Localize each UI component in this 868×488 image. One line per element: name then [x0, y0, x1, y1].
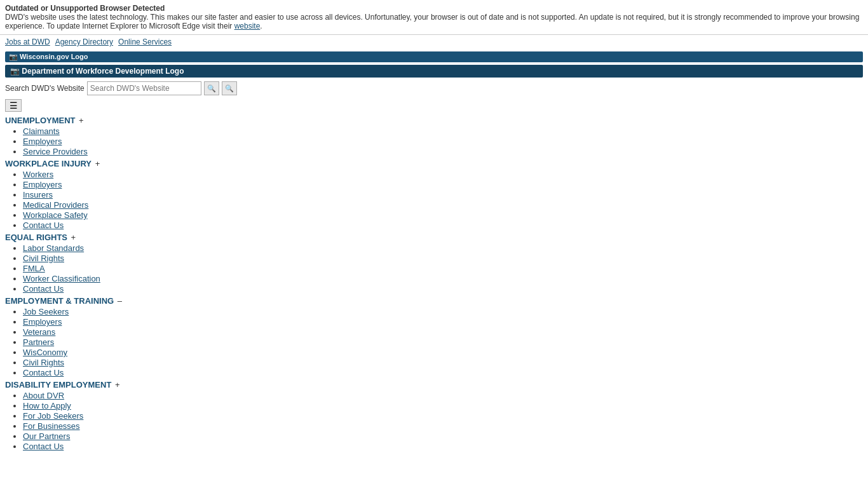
- nav-item-unemployment-2: Service Providers: [23, 147, 868, 156]
- search-label: Search DWD's Website: [5, 84, 85, 93]
- nav-item-employment-training-5: Civil Rights: [23, 358, 868, 367]
- nav-child-link-workplace-injury-0[interactable]: Workers: [23, 170, 53, 179]
- nav-item-equal-rights-1: Civil Rights: [23, 254, 868, 263]
- nav-item-equal-rights-2: FMLA: [23, 264, 868, 273]
- nav-child-link-workplace-injury-2[interactable]: Insurers: [23, 190, 53, 200]
- nav-item-unemployment-1: Employers: [23, 137, 868, 146]
- nav-child-link-employment-training-6[interactable]: Contact Us: [23, 368, 64, 377]
- nav-child-link-employment-training-0[interactable]: Job Seekers: [23, 307, 69, 316]
- nav-item-disability-employment-3: For Businesses: [23, 421, 868, 431]
- nav-section-equal-rights: EQUAL RIGHTS +Labor StandardsCivil Right…: [5, 233, 868, 294]
- nav-item-workplace-injury-2: Insurers: [23, 190, 868, 200]
- browser-warning-body: DWD's website uses the latest technology…: [5, 13, 859, 30]
- nav-item-employment-training-6: Contact Us: [23, 368, 868, 377]
- nav-child-link-employment-training-4[interactable]: WisConomy: [23, 348, 67, 357]
- nav-item-disability-employment-4: Our Partners: [23, 431, 868, 441]
- nav-item-workplace-injury-4: Workplace Safety: [23, 210, 868, 220]
- nav-item-workplace-injury-0: Workers: [23, 170, 868, 179]
- nav-item-disability-employment-2: For Job Seekers: [23, 411, 868, 421]
- sub-nav-equal-rights: Labor StandardsCivil RightsFMLAWorker Cl…: [5, 243, 868, 294]
- browser-warning: Outdated or Unsupported Browser Detected…: [0, 0, 868, 35]
- nav-toggle-disability-employment[interactable]: +: [112, 380, 119, 390]
- hamburger-button[interactable]: ☰: [5, 99, 22, 112]
- wi-gov-logo[interactable]: 📷 Wisconsin.gov Logo: [5, 51, 863, 62]
- nav-child-link-disability-employment-3[interactable]: For Businesses: [23, 421, 80, 431]
- nav-link-equal-rights[interactable]: EQUAL RIGHTS: [5, 233, 67, 242]
- nav-child-link-employment-training-3[interactable]: Partners: [23, 337, 54, 347]
- nav-child-link-unemployment-0[interactable]: Claimants: [23, 126, 60, 136]
- browser-warning-period: .: [260, 22, 262, 30]
- nav-child-link-disability-employment-4[interactable]: Our Partners: [23, 431, 70, 441]
- nav-child-link-equal-rights-3[interactable]: Worker Classification: [23, 274, 100, 283]
- sub-nav-unemployment: ClaimantsEmployersService Providers: [5, 126, 868, 156]
- nav-item-workplace-injury-1: Employers: [23, 180, 868, 189]
- nav-child-link-employment-training-5[interactable]: Civil Rights: [23, 358, 64, 367]
- nav-child-link-equal-rights-4[interactable]: Contact Us: [23, 284, 64, 294]
- nav-child-link-disability-employment-2[interactable]: For Job Seekers: [23, 411, 83, 421]
- search-button-2[interactable]: 🔍: [222, 81, 237, 95]
- nav-child-link-workplace-injury-5[interactable]: Contact Us: [23, 220, 64, 230]
- nav-child-link-employment-training-1[interactable]: Employers: [23, 317, 62, 327]
- nav-child-link-equal-rights-2[interactable]: FMLA: [23, 264, 45, 273]
- nav-toggle-employment-training[interactable]: –: [115, 296, 122, 306]
- nav-toggle-equal-rights[interactable]: +: [69, 233, 76, 242]
- nav-item-disability-employment-0: About DVR: [23, 391, 868, 400]
- nav-child-link-workplace-injury-1[interactable]: Employers: [23, 180, 62, 189]
- nav-item-employment-training-1: Employers: [23, 317, 868, 327]
- top-links: Jobs at DWD Agency Directory Online Serv…: [0, 35, 868, 49]
- nav-item-workplace-injury-3: Medical Providers: [23, 200, 868, 210]
- nav-toggle-unemployment[interactable]: +: [77, 116, 84, 125]
- nav-item-employment-training-2: Veterans: [23, 327, 868, 337]
- nav-item-unemployment-0: Claimants: [23, 126, 868, 136]
- nav-child-link-employment-training-2[interactable]: Veterans: [23, 327, 55, 337]
- nav-child-link-equal-rights-0[interactable]: Labor Standards: [23, 243, 84, 253]
- nav-item-employment-training-4: WisConomy: [23, 348, 868, 357]
- nav-child-link-workplace-injury-3[interactable]: Medical Providers: [23, 200, 88, 210]
- search-input[interactable]: [87, 81, 201, 95]
- search-icon-2: 🔍: [225, 85, 234, 93]
- online-services-link[interactable]: Online Services: [118, 37, 172, 46]
- nav-item-disability-employment-5: Contact Us: [23, 442, 868, 451]
- sub-nav-disability-employment: About DVRHow to ApplyFor Job SeekersFor …: [5, 391, 868, 451]
- nav-child-link-equal-rights-1[interactable]: Civil Rights: [23, 254, 64, 263]
- search-button-1[interactable]: 🔍: [204, 81, 219, 95]
- nav-link-employment-training[interactable]: EMPLOYMENT & TRAINING: [5, 296, 114, 306]
- main-nav: UNEMPLOYMENT +ClaimantsEmployersService …: [0, 113, 868, 456]
- search-bar: Search DWD's Website 🔍 🔍: [0, 79, 868, 98]
- nav-child-link-disability-employment-1[interactable]: How to Apply: [23, 401, 71, 410]
- nav-link-disability-employment[interactable]: DISABILITY EMPLOYMENT: [5, 380, 111, 390]
- main-nav-list: UNEMPLOYMENT +ClaimantsEmployersService …: [5, 116, 868, 451]
- search-icon-1: 🔍: [207, 85, 216, 93]
- nav-toggle-workplace-injury[interactable]: +: [93, 159, 100, 168]
- nav-item-employment-training-3: Partners: [23, 337, 868, 347]
- browser-warning-title: Outdated or Unsupported Browser Detected: [5, 4, 165, 13]
- nav-child-link-disability-employment-5[interactable]: Contact Us: [23, 442, 64, 451]
- wi-gov-logo-text: 📷 Wisconsin.gov Logo: [9, 53, 88, 60]
- hamburger-icon: ☰: [10, 100, 18, 111]
- nav-section-workplace-injury: WORKPLACE INJURY +WorkersEmployersInsure…: [5, 159, 868, 230]
- nav-item-disability-employment-1: How to Apply: [23, 401, 868, 410]
- dwd-logo[interactable]: 📷 Department of Workforce Development Lo…: [5, 65, 863, 78]
- logo-bar: 📷 Wisconsin.gov Logo 📷 Department of Wor…: [0, 49, 868, 79]
- nav-child-link-workplace-injury-4[interactable]: Workplace Safety: [23, 210, 88, 220]
- nav-section-unemployment: UNEMPLOYMENT +ClaimantsEmployersService …: [5, 116, 868, 156]
- sub-nav-workplace-injury: WorkersEmployersInsurersMedical Provider…: [5, 170, 868, 230]
- nav-child-link-disability-employment-0[interactable]: About DVR: [23, 391, 64, 400]
- browser-warning-link[interactable]: website: [234, 22, 261, 30]
- nav-item-equal-rights-0: Labor Standards: [23, 243, 868, 253]
- nav-item-workplace-injury-5: Contact Us: [23, 220, 868, 230]
- nav-item-equal-rights-3: Worker Classification: [23, 274, 868, 283]
- agency-directory-link[interactable]: Agency Directory: [55, 37, 113, 46]
- nav-section-employment-training: EMPLOYMENT & TRAINING –Job SeekersEmploy…: [5, 296, 868, 377]
- sub-nav-employment-training: Job SeekersEmployersVeteransPartnersWisC…: [5, 307, 868, 377]
- nav-child-link-unemployment-1[interactable]: Employers: [23, 137, 62, 146]
- nav-child-link-unemployment-2[interactable]: Service Providers: [23, 147, 88, 156]
- nav-item-employment-training-0: Job Seekers: [23, 307, 868, 316]
- nav-section-disability-employment: DISABILITY EMPLOYMENT +About DVRHow to A…: [5, 380, 868, 451]
- nav-link-workplace-injury[interactable]: WORKPLACE INJURY: [5, 159, 92, 168]
- nav-item-equal-rights-4: Contact Us: [23, 284, 868, 294]
- jobs-at-dwd-link[interactable]: Jobs at DWD: [5, 37, 50, 46]
- nav-link-unemployment[interactable]: UNEMPLOYMENT: [5, 116, 76, 125]
- dwd-logo-text: 📷 Department of Workforce Development Lo…: [10, 67, 184, 76]
